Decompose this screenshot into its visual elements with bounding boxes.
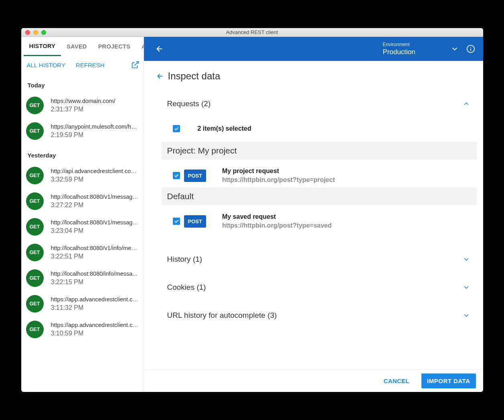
- method-badge: GET: [26, 167, 44, 184]
- history-item[interactable]: GET http://api.advancedrestclient.com...…: [21, 163, 144, 188]
- method-pill: POST: [184, 215, 206, 228]
- svg-point-2: [470, 47, 471, 48]
- history-item-time: 3:22:15 PM: [51, 279, 139, 286]
- select-all-checkbox[interactable]: [173, 125, 180, 132]
- section-url-history: URL history for autocomplete (3): [167, 305, 477, 325]
- history-item-url: http://localhost:8080/info/messa...: [51, 271, 139, 277]
- method-badge: GET: [26, 218, 44, 236]
- request-url: https://httpbin.org/post?type=project: [222, 176, 335, 184]
- section-header-history[interactable]: History (1): [167, 249, 477, 269]
- chevron-up-icon: [462, 100, 470, 108]
- history-item-url: http://localhost:8080/v1/info/mes...: [51, 245, 139, 251]
- section-header-url-history[interactable]: URL history for autocomplete (3): [167, 305, 477, 325]
- request-name: My saved request: [222, 213, 332, 220]
- history-item[interactable]: GET http://localhost:8080/v1/info/mes...…: [21, 240, 144, 265]
- history-item-time: 3:11:32 PM: [51, 304, 139, 311]
- request-checkbox[interactable]: [173, 172, 180, 179]
- app-window: Advanced REST client HISTORY SAVED PROJE…: [21, 28, 483, 392]
- history-item-url: https://app.advancedrestclient.co...: [51, 296, 139, 303]
- section-cookies: Cookies (1): [167, 277, 477, 297]
- info-icon[interactable]: [466, 44, 475, 53]
- environment-label: Environment: [383, 42, 443, 47]
- method-pill: POST: [184, 170, 206, 182]
- tab-saved[interactable]: SAVED: [61, 37, 92, 56]
- history-item[interactable]: GET http://localhost:8080/info/messa... …: [21, 265, 144, 291]
- history-day-label: Yesterday: [21, 144, 144, 163]
- environment-selector[interactable]: Environment Production: [383, 42, 443, 56]
- select-all-row: 2 item(s) selected: [167, 114, 477, 142]
- refresh-button[interactable]: REFRESH: [76, 62, 105, 69]
- history-item-url: http://api.advancedrestclient.com...: [51, 168, 139, 174]
- history-item[interactable]: GET http://localhost:8080/v1/message... …: [21, 214, 144, 240]
- sidebar-subbar: ALL HISTORY REFRESH: [21, 56, 144, 74]
- history-item-time: 2:19:59 PM: [51, 131, 139, 139]
- method-badge: GET: [26, 269, 44, 287]
- history-item-url: https://app.advancedrestclient.co...: [51, 322, 139, 328]
- history-item[interactable]: GET http://localhost:8080/v1/message... …: [21, 188, 144, 214]
- window-title: Advanced REST client: [21, 29, 483, 35]
- cancel-button[interactable]: CANCEL: [380, 374, 413, 388]
- main-panel: Environment Production Inspect data: [144, 37, 483, 392]
- history-list[interactable]: Today GET https://www.domain.com/ 2:31:3…: [21, 74, 144, 392]
- history-item[interactable]: GET https://anypoint.mulesoft.com/ho... …: [21, 118, 144, 144]
- history-item-time: 3:10:59 PM: [51, 330, 139, 337]
- section-header-cookies[interactable]: Cookies (1): [167, 277, 477, 297]
- chevron-down-icon: [462, 283, 470, 291]
- section-header-requests[interactable]: Requests (2): [167, 94, 477, 114]
- chevron-down-icon: [462, 311, 470, 319]
- import-data-button[interactable]: IMPORT DATA: [421, 374, 476, 388]
- footer-actions: CANCEL IMPORT DATA: [144, 370, 483, 392]
- method-badge: GET: [26, 192, 44, 210]
- request-group-header: Project: My project: [162, 142, 477, 160]
- page-back-icon[interactable]: [156, 72, 164, 80]
- history-item-url: https://anypoint.mulesoft.com/ho...: [51, 123, 139, 130]
- request-checkbox[interactable]: [173, 218, 180, 225]
- topbar: Environment Production: [144, 37, 483, 61]
- environment-value: Production: [383, 48, 443, 56]
- section-history: History (1): [167, 249, 477, 269]
- open-in-new-icon[interactable]: [131, 61, 140, 69]
- app-body: HISTORY SAVED PROJECTS APIS ALL HISTORY …: [21, 37, 483, 392]
- sidebar-tabs: HISTORY SAVED PROJECTS APIS: [21, 37, 144, 56]
- history-item[interactable]: GET https://app.advancedrestclient.co...…: [21, 317, 144, 342]
- back-arrow-icon[interactable]: [155, 44, 164, 53]
- method-badge: GET: [26, 244, 44, 261]
- history-item-time: 3:22:51 PM: [51, 253, 139, 260]
- method-badge: GET: [26, 295, 44, 313]
- sidebar: HISTORY SAVED PROJECTS APIS ALL HISTORY …: [21, 37, 144, 392]
- history-item[interactable]: GET https://www.domain.com/ 2:31:37 PM: [21, 93, 144, 118]
- method-badge: GET: [26, 122, 44, 140]
- method-badge: GET: [26, 97, 44, 114]
- request-row[interactable]: POST My saved request https://httpbin.or…: [167, 205, 477, 233]
- history-item-url: http://localhost:8080/v1/message...: [51, 194, 139, 200]
- all-history-button[interactable]: ALL HISTORY: [27, 62, 65, 69]
- history-item-time: 2:31:37 PM: [51, 106, 139, 113]
- history-item-url: http://localhost:8080/v1/message...: [51, 219, 139, 226]
- section-title-cookies: Cookies (1): [167, 283, 462, 292]
- tab-projects[interactable]: PROJECTS: [93, 37, 136, 56]
- history-item-time: 3:23:04 PM: [51, 227, 139, 234]
- tab-apis[interactable]: APIS: [136, 37, 144, 56]
- mac-titlebar: Advanced REST client: [21, 28, 483, 37]
- tab-history[interactable]: HISTORY: [24, 37, 61, 56]
- request-url: https://httpbin.org/post?type=saved: [222, 222, 332, 229]
- history-item-url: https://www.domain.com/: [51, 98, 139, 104]
- chevron-down-icon[interactable]: [450, 44, 459, 53]
- history-item[interactable]: GET https://app.advancedrestclient.co...…: [21, 291, 144, 317]
- request-group-header: Default: [162, 188, 477, 205]
- request-name: My project request: [222, 168, 335, 175]
- chevron-down-icon: [462, 255, 470, 263]
- selected-count-text: 2 item(s) selected: [198, 125, 251, 132]
- method-badge: GET: [26, 321, 44, 338]
- section-title-history: History (1): [167, 255, 462, 264]
- history-item-time: 3:32:59 PM: [51, 176, 139, 183]
- page-title: Inspect data: [168, 71, 221, 82]
- section-requests: Requests (2) 2 item(s) selected Project:…: [167, 94, 477, 233]
- request-row[interactable]: POST My project request https://httpbin.…: [167, 160, 477, 188]
- section-title-url-history: URL history for autocomplete (3): [167, 311, 462, 320]
- content-area: Inspect data Requests (2) 2 item(: [144, 61, 483, 370]
- section-title-requests: Requests (2): [167, 99, 462, 108]
- history-item-time: 3:27:22 PM: [51, 202, 139, 209]
- history-day-label: Today: [21, 74, 144, 93]
